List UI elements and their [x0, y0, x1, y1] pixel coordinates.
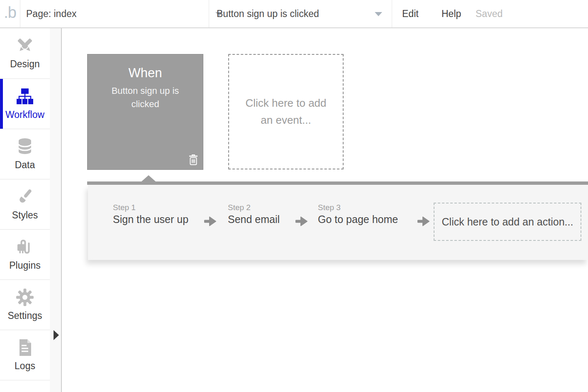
- event-selector-value: Button sign up is clicked: [217, 8, 319, 20]
- step-number-label: Step 3: [318, 203, 398, 212]
- add-action-placeholder-text: Click here to add an action...: [442, 216, 573, 228]
- active-tab-indicator: [0, 79, 3, 129]
- edit-menu-button[interactable]: Edit: [402, 0, 419, 27]
- database-icon: [16, 137, 34, 156]
- event-selector-dropdown[interactable]: Button sign up is clicked: [209, 0, 392, 27]
- step-action-name: Go to page home: [318, 213, 398, 225]
- panel-pointer-triangle: [142, 175, 156, 181]
- sidebar-item-label: Logs: [15, 360, 35, 372]
- arrow-right-icon: [417, 216, 430, 227]
- page-selector-dropdown[interactable]: Page: index: [20, 0, 209, 27]
- sidebar-item-label: Data: [15, 159, 35, 171]
- left-sidebar: Design Workflow: [0, 27, 50, 392]
- sidebar-item-data[interactable]: Data: [0, 129, 50, 179]
- sidebar-item-settings[interactable]: Settings: [0, 280, 50, 330]
- saved-status: Saved: [476, 0, 503, 27]
- event-card-selected[interactable]: When Button sign up is clicked: [87, 54, 203, 170]
- sidebar-item-label: Styles: [12, 210, 38, 221]
- panel-top-bar: [87, 181, 588, 185]
- sidebar-item-design[interactable]: Design: [0, 27, 50, 79]
- sidebar-collapse-rail: [50, 27, 62, 392]
- action-steps-panel: Step 1 Sign the user up Step 2 Send emai…: [88, 185, 588, 260]
- bubble-logo[interactable]: .b: [0, 0, 20, 27]
- arrow-right-icon: [295, 216, 308, 227]
- sidebar-item-label: Plugins: [9, 260, 40, 271]
- add-event-placeholder[interactable]: Click here to add an event...: [228, 54, 344, 169]
- action-step-3[interactable]: Step 3 Go to page home: [318, 203, 398, 225]
- action-step-2[interactable]: Step 2 Send email: [228, 203, 280, 225]
- bubble-logo-text: .b: [4, 4, 16, 24]
- paintbrush-icon: [16, 188, 34, 206]
- help-menu-button[interactable]: Help: [442, 0, 461, 27]
- add-event-placeholder-text: Click here to add an event...: [229, 95, 343, 129]
- event-card-title: When: [88, 66, 203, 81]
- chevron-down-icon: [375, 12, 382, 16]
- trash-icon[interactable]: [188, 154, 198, 166]
- step-number-label: Step 1: [113, 203, 188, 212]
- sidebar-item-plugins[interactable]: Plugins: [0, 230, 50, 280]
- plug-icon: [16, 238, 34, 256]
- document-icon: [16, 338, 34, 357]
- sidebar-item-styles[interactable]: Styles: [0, 179, 50, 230]
- add-action-placeholder[interactable]: Click here to add an action...: [434, 203, 581, 241]
- page-selector-value: Page: index: [26, 8, 76, 20]
- step-action-name: Sign the user up: [113, 213, 188, 225]
- gear-icon: [16, 288, 34, 306]
- sidebar-item-workflow[interactable]: Workflow: [0, 79, 50, 129]
- sidebar-item-label: Workflow: [5, 109, 44, 120]
- bubble-workflow-editor: .b Page: index Button sign up is clicked…: [0, 0, 588, 392]
- top-toolbar: .b Page: index Button sign up is clicked…: [0, 0, 588, 28]
- design-tools-icon: [16, 37, 34, 55]
- sidebar-item-label: Settings: [7, 310, 42, 321]
- arrow-right-icon: [204, 216, 217, 227]
- workflow-canvas[interactable]: When Button sign up is clicked Click her…: [62, 27, 588, 392]
- sidebar-item-label: Design: [10, 59, 40, 70]
- sidebar-item-logs[interactable]: Logs: [0, 330, 50, 380]
- step-action-name: Send email: [228, 213, 280, 225]
- workflow-icon: [16, 87, 34, 105]
- step-number-label: Step 2: [228, 203, 280, 212]
- event-card-subtitle: Button sign up is clicked: [88, 84, 203, 111]
- action-step-1[interactable]: Step 1 Sign the user up: [113, 203, 188, 225]
- expand-panel-arrow-icon[interactable]: [54, 330, 59, 340]
